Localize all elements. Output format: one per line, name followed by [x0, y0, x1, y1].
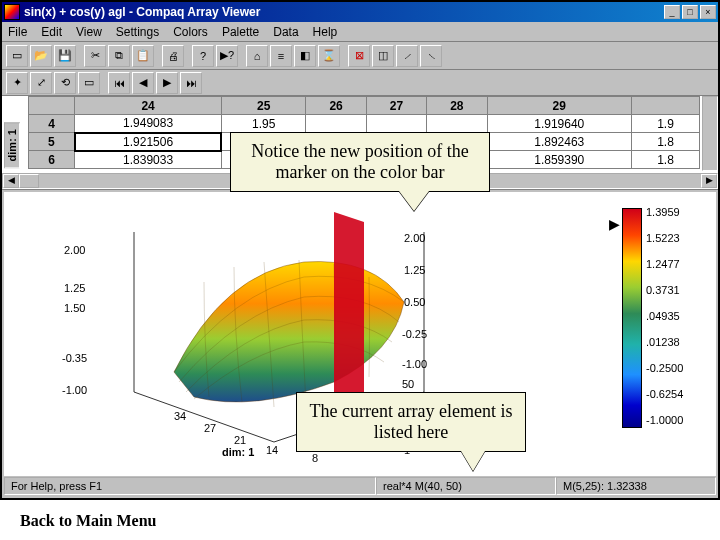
close-button[interactable]: ×: [700, 5, 716, 19]
callout-colorbar: Notice the new position of the marker on…: [230, 132, 490, 192]
cbar-tick: 1.3959: [646, 206, 706, 218]
grid-vscroll[interactable]: [702, 96, 718, 171]
help-icon[interactable]: ?: [192, 45, 214, 67]
chart-b-icon[interactable]: ◫: [372, 45, 394, 67]
nav-b-icon[interactable]: ⤢: [30, 72, 52, 94]
z-tick-r: 1.25: [404, 264, 425, 276]
chart-d-icon[interactable]: ⟍: [420, 45, 442, 67]
print-icon[interactable]: 🖨: [162, 45, 184, 67]
grid-corner: [29, 97, 75, 115]
grid-cell[interactable]: [366, 115, 426, 133]
menu-data[interactable]: Data: [273, 25, 298, 39]
scroll-right-icon[interactable]: ▶: [701, 174, 717, 188]
next-icon[interactable]: ▶: [156, 72, 178, 94]
grid-cell[interactable]: 1.892463: [487, 133, 631, 151]
callout-element: The current array element is listed here: [296, 392, 526, 452]
app-icon: [4, 4, 20, 20]
grid-col-header[interactable]: 27: [366, 97, 426, 115]
menu-file[interactable]: File: [8, 25, 27, 39]
minimize-button[interactable]: _: [664, 5, 680, 19]
cbar-tick: 0.3731: [646, 284, 706, 296]
grid-cell-selected[interactable]: 1.921506: [75, 133, 222, 151]
grid-col-header[interactable]: 28: [427, 97, 487, 115]
cbar-tick: -0.2500: [646, 362, 706, 374]
z-tick: 1.25: [64, 282, 85, 294]
grid-row-header[interactable]: 6: [29, 151, 75, 169]
toolbar-nav: ✦ ⤢ ⟲ ▭ ⏮ ◀ ▶ ⏭: [2, 70, 718, 96]
last-icon[interactable]: ⏭: [180, 72, 202, 94]
dim1-axis-label: dim: 1: [222, 446, 254, 458]
maximize-button[interactable]: □: [682, 5, 698, 19]
z-tick: 1.50: [64, 302, 85, 314]
grid-col-header[interactable]: 26: [306, 97, 366, 115]
titlebar: sin(x) + cos(y) agl - Compaq Array Viewe…: [2, 2, 718, 22]
cut-icon[interactable]: ✂: [84, 45, 106, 67]
window-title: sin(x) + cos(y) agl - Compaq Array Viewe…: [24, 5, 662, 19]
chart-c-icon[interactable]: ⟋: [396, 45, 418, 67]
save-icon[interactable]: 💾: [54, 45, 76, 67]
menu-palette[interactable]: Palette: [222, 25, 259, 39]
grid-col-header[interactable]: 29: [487, 97, 631, 115]
home-icon[interactable]: ⌂: [246, 45, 268, 67]
cbar-tick: -0.6254: [646, 388, 706, 400]
colorbar[interactable]: ▶: [622, 208, 642, 428]
grid-cell[interactable]: 1.919640: [487, 115, 631, 133]
status-type: real*4 M(40, 50): [376, 477, 556, 495]
dim1-label: dim: 1: [4, 122, 20, 168]
tool-a-icon[interactable]: ≡: [270, 45, 292, 67]
cbar-tick: 1.5223: [646, 232, 706, 244]
grid-col-header[interactable]: 24: [75, 97, 222, 115]
scroll-thumb[interactable]: [19, 174, 39, 188]
statusbar: For Help, press F1 real*4 M(40, 50) M(5,…: [4, 476, 716, 496]
chart-a-icon[interactable]: ⊠: [348, 45, 370, 67]
grid-col-header[interactable]: 25: [221, 97, 305, 115]
menu-view[interactable]: View: [76, 25, 102, 39]
nav-a-icon[interactable]: ✦: [6, 72, 28, 94]
colorbar-gradient: ▶: [623, 209, 641, 427]
cbar-tick: 1.2477: [646, 258, 706, 270]
grid-cell[interactable]: 1.9: [631, 115, 699, 133]
grid-cell[interactable]: [427, 115, 487, 133]
scroll-left-icon[interactable]: ◀: [3, 174, 19, 188]
grid-cell[interactable]: 1.949083: [75, 115, 222, 133]
copy-icon[interactable]: ⧉: [108, 45, 130, 67]
menu-edit[interactable]: Edit: [41, 25, 62, 39]
grid-row-header[interactable]: 4: [29, 115, 75, 133]
z-tick: 2.00: [64, 244, 85, 256]
menu-help[interactable]: Help: [313, 25, 338, 39]
grid-cell[interactable]: 1.8: [631, 151, 699, 169]
status-help: For Help, press F1: [4, 477, 376, 495]
status-value: M(5,25): 1.32338: [556, 477, 716, 495]
paste-icon[interactable]: 📋: [132, 45, 154, 67]
grid-cell[interactable]: 1.839033: [75, 151, 222, 169]
grid-cell[interactable]: 1.8: [631, 133, 699, 151]
first-icon[interactable]: ⏮: [108, 72, 130, 94]
hourglass-icon[interactable]: ⌛: [318, 45, 340, 67]
grid-row-header[interactable]: 5: [29, 133, 75, 151]
cbar-tick: .04935: [646, 310, 706, 322]
x-tick: 27: [204, 422, 216, 434]
menu-settings[interactable]: Settings: [116, 25, 159, 39]
new-icon[interactable]: ▭: [6, 45, 28, 67]
z-tick-r: -0.25: [402, 328, 427, 340]
nav-d-icon[interactable]: ▭: [78, 72, 100, 94]
cbar-tick: -1.0000: [646, 414, 706, 426]
prev-icon[interactable]: ◀: [132, 72, 154, 94]
cbar-tick: .01238: [646, 336, 706, 348]
grid-cell[interactable]: 1.95: [221, 115, 305, 133]
menu-colors[interactable]: Colors: [173, 25, 208, 39]
y-tick: 50: [402, 378, 414, 390]
toolbar-main: ▭ 📂 💾 ✂ ⧉ 📋 🖨 ? ▶? ⌂ ≡ ◧ ⌛ ⊠ ◫ ⟋ ⟍: [2, 42, 718, 70]
open-icon[interactable]: 📂: [30, 45, 52, 67]
tool-b-icon[interactable]: ◧: [294, 45, 316, 67]
x-tick: 8: [312, 452, 318, 464]
grid-col-header[interactable]: [631, 97, 699, 115]
x-tick: 34: [174, 410, 186, 422]
colorbar-labels: 1.3959 1.5223 1.2477 0.3731 .04935 .0123…: [646, 206, 706, 430]
context-help-icon[interactable]: ▶?: [216, 45, 238, 67]
back-to-main-link[interactable]: Back to Main Menu: [20, 512, 156, 530]
grid-cell[interactable]: [306, 115, 366, 133]
x-tick: 14: [266, 444, 278, 456]
nav-c-icon[interactable]: ⟲: [54, 72, 76, 94]
grid-cell[interactable]: 1.859390: [487, 151, 631, 169]
